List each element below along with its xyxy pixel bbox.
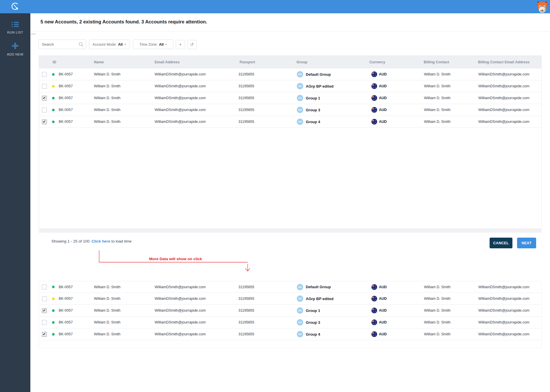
table-row[interactable]: BK-0057William D. SmithWilliamDSmith@jou… (39, 281, 541, 293)
time-zone-value: All (159, 42, 164, 47)
cell-currency: AUD (367, 83, 419, 89)
cell-billing-email: WilliamDSmith@jourrapide.com (473, 120, 541, 124)
search-input[interactable] (42, 42, 79, 47)
row-checkbox[interactable] (42, 84, 47, 89)
cell-billing-email: WilliamDSmith@jourrapide.com (473, 308, 541, 313)
row-checkbox[interactable]: ✔ (42, 96, 47, 101)
cell-id: BK-0057 (57, 72, 92, 76)
cell-name: William D. Smith (92, 72, 153, 76)
time-zone-dropdown[interactable]: Time Zone: All ▾ (133, 40, 173, 49)
cell-group: G3Group 3 (295, 319, 367, 326)
table-row[interactable]: BK-0057William D. SmithWilliamDSmith@jou… (39, 80, 541, 92)
cell-billing-email: WilliamDSmith@jourrapide.com (473, 108, 541, 112)
cell-currency: AUD (367, 71, 419, 77)
reset-button[interactable]: ↺ (187, 40, 197, 49)
cell-email: WilliamDSmith@jourrapide.com (153, 297, 237, 301)
group-badge-icon: AE (297, 295, 303, 302)
cell-email: WilliamDSmith@jourrapide.com (153, 332, 237, 336)
cell-currency: AUD (367, 95, 419, 101)
showing-text: Showing 1 - 25 of 100. (51, 239, 90, 243)
col-id: ID (53, 60, 92, 64)
run-list-label: RUN LIST (0, 31, 30, 34)
status-dot (52, 121, 55, 123)
table-row[interactable]: ✔BK-0057William D. SmithWilliamDSmith@jo… (39, 328, 541, 340)
col-group: Group (295, 60, 367, 64)
plus-icon: + (179, 42, 182, 47)
horizontal-scrollbar[interactable] (39, 228, 541, 232)
table-row[interactable]: ✔BK-0057William D. SmithWilliamDSmith@jo… (39, 305, 541, 317)
cell-billing-contact: William D. Smith (419, 285, 473, 289)
status-dot (52, 73, 55, 76)
cell-billing-contact: William D. Smith (419, 308, 473, 313)
cancel-button[interactable]: CANCEL (490, 238, 512, 248)
aud-flag-icon (371, 284, 377, 290)
status-dot (52, 333, 55, 336)
click-here-link[interactable]: Click here (92, 239, 110, 243)
cell-billing-contact: William D. Smith (419, 84, 473, 88)
table-row[interactable]: BK-0057William D. SmithWilliamDSmith@jou… (39, 317, 541, 328)
cell-passport: 31195855 (237, 285, 295, 289)
sidebar-item-add-new[interactable]: ADD NEW (0, 42, 30, 56)
sidebar-item-run-list[interactable]: RUN LIST (0, 21, 30, 34)
account-mode-dropdown[interactable]: Account Mode: All ▾ (89, 40, 129, 49)
table-row[interactable]: ✔BK-0057William D. SmithWilliamDSmith@jo… (39, 116, 541, 128)
col-email: Email Address (153, 60, 237, 64)
cell-currency: AUD (367, 284, 419, 290)
row-checkbox[interactable]: ✔ (42, 308, 47, 313)
top-bar (0, 0, 550, 13)
row-checkbox[interactable]: ✔ (42, 332, 47, 337)
cell-currency: AUD (367, 296, 419, 302)
row-checkbox[interactable] (42, 284, 47, 289)
table-row[interactable]: ✔BK-0057William D. SmithWilliamDSmith@jo… (39, 92, 541, 104)
cell-email: WilliamDSmith@jourrapide.com (153, 308, 237, 313)
account-mode-value: All (118, 42, 123, 47)
next-button[interactable]: NEXT (517, 238, 536, 248)
cell-id: BK-0057 (57, 108, 92, 112)
cell-id: BK-0057 (57, 120, 92, 124)
col-currency: Currency (367, 60, 419, 64)
row-checkbox[interactable] (42, 320, 47, 325)
cell-billing-email: WilliamDSmith@jourrapide.com (473, 285, 541, 289)
cell-billing-contact: William D. Smith (419, 96, 473, 100)
cell-currency: AUD (367, 107, 419, 113)
cell-group: AEAGrp BP edited (295, 295, 367, 302)
cell-passport: 31195855 (237, 332, 295, 336)
group-badge-icon: G1 (297, 307, 303, 314)
cell-email: WilliamDSmith@jourrapide.com (153, 120, 237, 124)
account-mode-label: Account Mode: (92, 42, 116, 47)
cell-name: William D. Smith (92, 308, 153, 313)
scroll-notch (31, 33, 36, 35)
row-checkbox[interactable] (42, 108, 47, 112)
cell-group: DGDefault Group (295, 284, 367, 290)
col-passport: Passport (237, 60, 295, 64)
add-filter-button[interactable]: + (176, 40, 185, 49)
cell-billing-contact: William D. Smith (419, 72, 473, 76)
group-badge-icon: G3 (297, 107, 303, 113)
table-row[interactable]: BK-0057William D. SmithWilliamDSmith@jou… (39, 293, 541, 305)
table-row[interactable]: BK-0057William D. SmithWilliamDSmith@jou… (39, 69, 541, 80)
cell-billing-email: WilliamDSmith@jourrapide.com (473, 96, 541, 100)
pagination-status: Showing 1 - 25 of 100. Click here to loa… (51, 239, 132, 243)
cell-group: G1Group 1 (295, 95, 367, 101)
app-logo[interactable] (0, 0, 30, 13)
status-dot (52, 109, 55, 111)
chevron-down-icon: ▾ (165, 42, 167, 46)
row-checkbox[interactable] (42, 296, 47, 301)
cell-group: G3Group 3 (295, 107, 367, 113)
status-dot (52, 286, 55, 288)
table-body: BK-0057William D. SmithWilliamDSmith@jou… (39, 69, 541, 128)
table-row[interactable]: BK-0057William D. SmithWilliamDSmith@jou… (39, 104, 541, 116)
status-dot (52, 85, 55, 88)
cell-id: BK-0057 (57, 96, 92, 100)
main-content: 5 new Accounts, 2 existing Accounts foun… (30, 13, 550, 392)
sidebar: RUN LIST ADD NEW (0, 13, 30, 392)
col-billing-email: Billing Contact Email Address (473, 60, 541, 64)
time-zone-label: Time Zone: (139, 42, 158, 47)
cell-id: BK-0057 (57, 320, 92, 324)
aud-flag-icon (371, 308, 377, 313)
row-checkbox[interactable] (42, 72, 47, 77)
cell-id: BK-0057 (57, 297, 92, 301)
page-message: 5 new Accounts, 2 existing Accounts foun… (40, 19, 207, 25)
row-checkbox[interactable]: ✔ (42, 119, 47, 124)
col-billing-contact: Billing Contact (419, 60, 473, 64)
